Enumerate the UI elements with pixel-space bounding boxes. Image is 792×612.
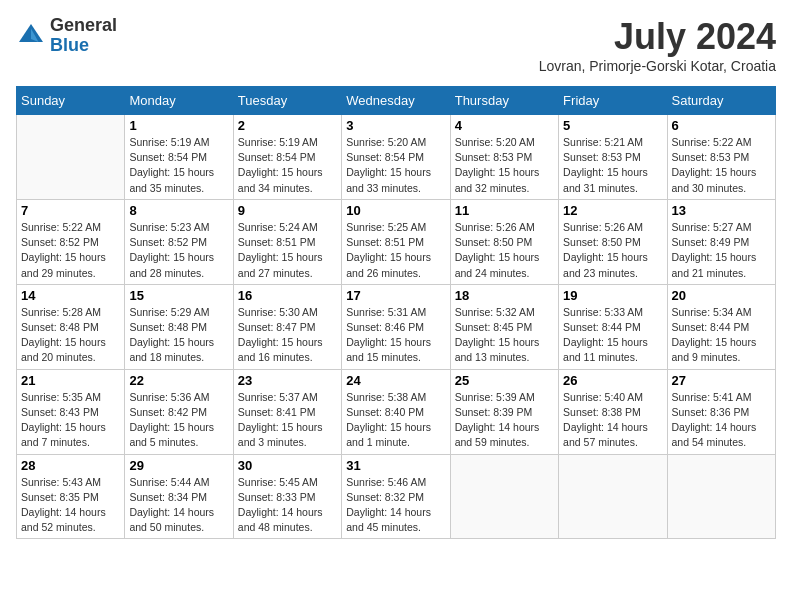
calendar-cell: 9Sunrise: 5:24 AMSunset: 8:51 PMDaylight… xyxy=(233,199,341,284)
day-info: Sunrise: 5:31 AMSunset: 8:46 PMDaylight:… xyxy=(346,305,445,366)
calendar-header-row: SundayMondayTuesdayWednesdayThursdayFrid… xyxy=(17,87,776,115)
day-info: Sunrise: 5:40 AMSunset: 8:38 PMDaylight:… xyxy=(563,390,662,451)
day-number: 7 xyxy=(21,203,120,218)
day-info: Sunrise: 5:34 AMSunset: 8:44 PMDaylight:… xyxy=(672,305,771,366)
calendar-cell: 25Sunrise: 5:39 AMSunset: 8:39 PMDayligh… xyxy=(450,369,558,454)
calendar-header-friday: Friday xyxy=(559,87,667,115)
day-info: Sunrise: 5:43 AMSunset: 8:35 PMDaylight:… xyxy=(21,475,120,536)
calendar-cell: 16Sunrise: 5:30 AMSunset: 8:47 PMDayligh… xyxy=(233,284,341,369)
day-number: 21 xyxy=(21,373,120,388)
day-number: 23 xyxy=(238,373,337,388)
day-info: Sunrise: 5:38 AMSunset: 8:40 PMDaylight:… xyxy=(346,390,445,451)
day-info: Sunrise: 5:28 AMSunset: 8:48 PMDaylight:… xyxy=(21,305,120,366)
calendar-cell: 11Sunrise: 5:26 AMSunset: 8:50 PMDayligh… xyxy=(450,199,558,284)
day-info: Sunrise: 5:46 AMSunset: 8:32 PMDaylight:… xyxy=(346,475,445,536)
day-info: Sunrise: 5:26 AMSunset: 8:50 PMDaylight:… xyxy=(455,220,554,281)
calendar-cell xyxy=(667,454,775,539)
day-info: Sunrise: 5:20 AMSunset: 8:54 PMDaylight:… xyxy=(346,135,445,196)
calendar-cell: 26Sunrise: 5:40 AMSunset: 8:38 PMDayligh… xyxy=(559,369,667,454)
day-info: Sunrise: 5:20 AMSunset: 8:53 PMDaylight:… xyxy=(455,135,554,196)
calendar-cell: 7Sunrise: 5:22 AMSunset: 8:52 PMDaylight… xyxy=(17,199,125,284)
calendar-cell xyxy=(559,454,667,539)
day-number: 25 xyxy=(455,373,554,388)
day-number: 10 xyxy=(346,203,445,218)
day-info: Sunrise: 5:33 AMSunset: 8:44 PMDaylight:… xyxy=(563,305,662,366)
day-number: 14 xyxy=(21,288,120,303)
calendar-cell: 29Sunrise: 5:44 AMSunset: 8:34 PMDayligh… xyxy=(125,454,233,539)
day-number: 3 xyxy=(346,118,445,133)
day-number: 19 xyxy=(563,288,662,303)
day-number: 2 xyxy=(238,118,337,133)
calendar-cell: 10Sunrise: 5:25 AMSunset: 8:51 PMDayligh… xyxy=(342,199,450,284)
day-info: Sunrise: 5:45 AMSunset: 8:33 PMDaylight:… xyxy=(238,475,337,536)
day-number: 1 xyxy=(129,118,228,133)
day-info: Sunrise: 5:44 AMSunset: 8:34 PMDaylight:… xyxy=(129,475,228,536)
day-number: 20 xyxy=(672,288,771,303)
week-row-1: 1Sunrise: 5:19 AMSunset: 8:54 PMDaylight… xyxy=(17,115,776,200)
day-info: Sunrise: 5:41 AMSunset: 8:36 PMDaylight:… xyxy=(672,390,771,451)
day-info: Sunrise: 5:24 AMSunset: 8:51 PMDaylight:… xyxy=(238,220,337,281)
location: Lovran, Primorje-Gorski Kotar, Croatia xyxy=(539,58,776,74)
calendar-cell: 4Sunrise: 5:20 AMSunset: 8:53 PMDaylight… xyxy=(450,115,558,200)
day-info: Sunrise: 5:32 AMSunset: 8:45 PMDaylight:… xyxy=(455,305,554,366)
day-number: 15 xyxy=(129,288,228,303)
day-info: Sunrise: 5:21 AMSunset: 8:53 PMDaylight:… xyxy=(563,135,662,196)
month-title: July 2024 xyxy=(539,16,776,58)
calendar-cell: 14Sunrise: 5:28 AMSunset: 8:48 PMDayligh… xyxy=(17,284,125,369)
page-header: General Blue July 2024 Lovran, Primorje-… xyxy=(16,16,776,74)
logo: General Blue xyxy=(16,16,117,56)
calendar-cell: 17Sunrise: 5:31 AMSunset: 8:46 PMDayligh… xyxy=(342,284,450,369)
calendar-cell xyxy=(450,454,558,539)
calendar-cell: 6Sunrise: 5:22 AMSunset: 8:53 PMDaylight… xyxy=(667,115,775,200)
day-number: 27 xyxy=(672,373,771,388)
day-info: Sunrise: 5:23 AMSunset: 8:52 PMDaylight:… xyxy=(129,220,228,281)
day-number: 5 xyxy=(563,118,662,133)
day-info: Sunrise: 5:19 AMSunset: 8:54 PMDaylight:… xyxy=(129,135,228,196)
day-info: Sunrise: 5:35 AMSunset: 8:43 PMDaylight:… xyxy=(21,390,120,451)
week-row-5: 28Sunrise: 5:43 AMSunset: 8:35 PMDayligh… xyxy=(17,454,776,539)
logo-icon xyxy=(16,21,46,51)
day-info: Sunrise: 5:25 AMSunset: 8:51 PMDaylight:… xyxy=(346,220,445,281)
calendar-cell: 22Sunrise: 5:36 AMSunset: 8:42 PMDayligh… xyxy=(125,369,233,454)
day-info: Sunrise: 5:22 AMSunset: 8:52 PMDaylight:… xyxy=(21,220,120,281)
calendar-header-thursday: Thursday xyxy=(450,87,558,115)
day-info: Sunrise: 5:29 AMSunset: 8:48 PMDaylight:… xyxy=(129,305,228,366)
calendar-cell: 18Sunrise: 5:32 AMSunset: 8:45 PMDayligh… xyxy=(450,284,558,369)
day-number: 4 xyxy=(455,118,554,133)
calendar-cell: 23Sunrise: 5:37 AMSunset: 8:41 PMDayligh… xyxy=(233,369,341,454)
calendar-header-wednesday: Wednesday xyxy=(342,87,450,115)
day-number: 26 xyxy=(563,373,662,388)
day-number: 12 xyxy=(563,203,662,218)
title-area: July 2024 Lovran, Primorje-Gorski Kotar,… xyxy=(539,16,776,74)
week-row-3: 14Sunrise: 5:28 AMSunset: 8:48 PMDayligh… xyxy=(17,284,776,369)
calendar-cell: 28Sunrise: 5:43 AMSunset: 8:35 PMDayligh… xyxy=(17,454,125,539)
day-info: Sunrise: 5:27 AMSunset: 8:49 PMDaylight:… xyxy=(672,220,771,281)
calendar-cell: 21Sunrise: 5:35 AMSunset: 8:43 PMDayligh… xyxy=(17,369,125,454)
day-number: 18 xyxy=(455,288,554,303)
day-number: 6 xyxy=(672,118,771,133)
logo-general: General xyxy=(50,16,117,36)
day-info: Sunrise: 5:36 AMSunset: 8:42 PMDaylight:… xyxy=(129,390,228,451)
day-number: 11 xyxy=(455,203,554,218)
calendar-header-saturday: Saturday xyxy=(667,87,775,115)
calendar-cell: 13Sunrise: 5:27 AMSunset: 8:49 PMDayligh… xyxy=(667,199,775,284)
calendar-cell: 30Sunrise: 5:45 AMSunset: 8:33 PMDayligh… xyxy=(233,454,341,539)
day-number: 17 xyxy=(346,288,445,303)
calendar-cell: 27Sunrise: 5:41 AMSunset: 8:36 PMDayligh… xyxy=(667,369,775,454)
calendar-cell: 3Sunrise: 5:20 AMSunset: 8:54 PMDaylight… xyxy=(342,115,450,200)
calendar-cell xyxy=(17,115,125,200)
calendar-table: SundayMondayTuesdayWednesdayThursdayFrid… xyxy=(16,86,776,539)
day-number: 13 xyxy=(672,203,771,218)
day-info: Sunrise: 5:37 AMSunset: 8:41 PMDaylight:… xyxy=(238,390,337,451)
calendar-cell: 20Sunrise: 5:34 AMSunset: 8:44 PMDayligh… xyxy=(667,284,775,369)
day-info: Sunrise: 5:39 AMSunset: 8:39 PMDaylight:… xyxy=(455,390,554,451)
day-number: 22 xyxy=(129,373,228,388)
day-number: 31 xyxy=(346,458,445,473)
day-info: Sunrise: 5:26 AMSunset: 8:50 PMDaylight:… xyxy=(563,220,662,281)
logo-text: General Blue xyxy=(50,16,117,56)
calendar-cell: 15Sunrise: 5:29 AMSunset: 8:48 PMDayligh… xyxy=(125,284,233,369)
calendar-header-tuesday: Tuesday xyxy=(233,87,341,115)
calendar-header-sunday: Sunday xyxy=(17,87,125,115)
calendar-cell: 19Sunrise: 5:33 AMSunset: 8:44 PMDayligh… xyxy=(559,284,667,369)
day-info: Sunrise: 5:30 AMSunset: 8:47 PMDaylight:… xyxy=(238,305,337,366)
